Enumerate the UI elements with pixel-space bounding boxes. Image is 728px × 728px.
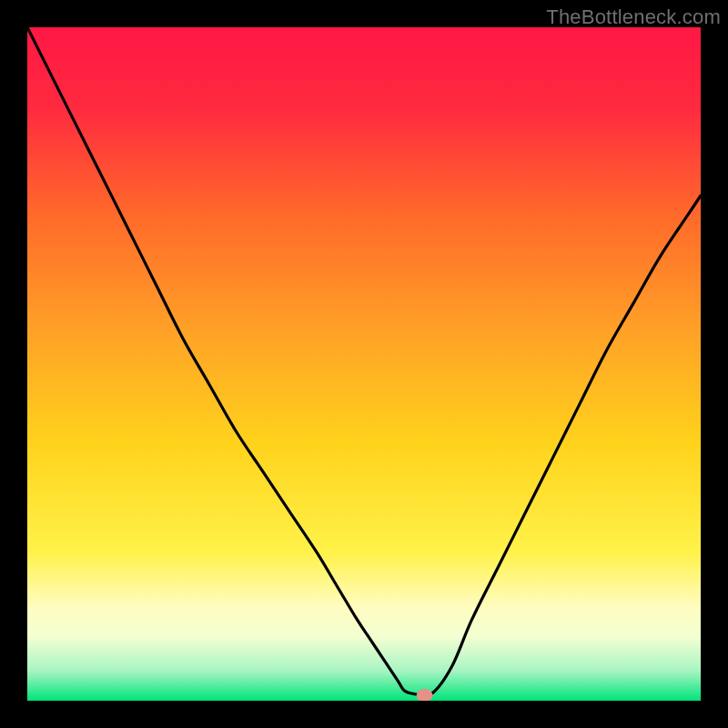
- chart-frame: TheBottleneck.com: [0, 0, 728, 728]
- watermark-text: TheBottleneck.com: [546, 5, 721, 29]
- plot-area: [27, 27, 701, 701]
- chart-svg: [27, 27, 701, 701]
